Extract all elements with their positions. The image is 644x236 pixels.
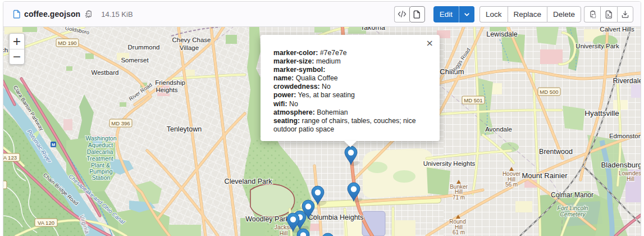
svg-text:M: M — [52, 142, 55, 147]
popup-property-row: seating: range of chairs, tables, couche… — [273, 117, 426, 134]
map-label: 71 m — [453, 194, 465, 201]
edit-dropdown-toggle[interactable] — [459, 6, 474, 22]
map-label: University Park — [576, 43, 619, 49]
zoo-area — [250, 184, 295, 217]
road-shield: MD 501 — [462, 96, 485, 104]
map-label: Heights — [156, 87, 178, 93]
map-label: Cleveland Park — [225, 178, 273, 185]
copy-file-contents-button[interactable] — [584, 6, 600, 22]
edit-button[interactable]: Edit — [433, 6, 459, 22]
chevron-down-icon — [464, 11, 470, 17]
edit-split-button: Edit — [433, 6, 474, 22]
map-label: Washington — [85, 135, 116, 142]
delete-button[interactable]: Delete — [547, 6, 581, 22]
map-label: Lewisdale — [486, 30, 518, 38]
map-label: Mount Rainier — [522, 171, 568, 180]
file-name: coffee.geojson — [24, 10, 80, 19]
file-action-buttons: Lock Replace Delete — [479, 6, 581, 22]
file-utility-buttons — [584, 6, 633, 22]
file-icon — [12, 10, 21, 19]
copy-file-name-button[interactable] — [83, 10, 94, 19]
map-label: 61 m — [453, 229, 465, 235]
map-label: Tenleytown — [167, 125, 202, 133]
popup-property-row: crowdedness: No — [273, 83, 426, 91]
svg-text:VA 123: VA 123 — [3, 155, 17, 161]
map-label: Westbard — [91, 69, 118, 76]
file-title-group: coffee.geojson 14.15 KiB — [12, 10, 133, 19]
map-label: Hill — [280, 230, 288, 236]
view-toggle-group — [394, 6, 425, 22]
popup-property-row: name: Qualia Coffee — [273, 74, 426, 83]
popup-tip — [344, 141, 357, 147]
map-label: Cemetery — [560, 211, 586, 217]
road-shield: VA 120 — [35, 219, 57, 226]
file-actions: Edit Lock Replace Delete — [394, 6, 633, 22]
popup-property-row: marker-symbol: — [273, 66, 426, 74]
map-label: Bladensburg — [601, 161, 641, 169]
gitlab-file-viewer: coffee.geojson 14.15 KiB — [0, 0, 644, 236]
svg-text:MD 501: MD 501 — [464, 97, 482, 103]
map-label: 56 m — [505, 181, 518, 188]
map-label: Somerset — [121, 57, 149, 63]
metro-station-icon: M — [51, 142, 56, 147]
marker-popup: × marker-color: #7e7e7emarker-size: medi… — [261, 35, 440, 141]
map-label: Takoma — [360, 27, 385, 31]
svg-text:VA 120: VA 120 — [38, 220, 54, 226]
svg-text:MD 396: MD 396 — [111, 120, 130, 126]
map-label: Treatment — [86, 155, 113, 162]
display-rendered-file-button[interactable] — [409, 6, 425, 22]
map-label: Chevy Chase — [172, 37, 211, 43]
popup-property-row: wifi: No — [273, 100, 426, 108]
map-label: Colmar Manor — [551, 191, 593, 199]
geojson-map[interactable]: M MD 190MD 396MD 500MD 501VA 123VA 12005… — [3, 27, 641, 236]
road-shield: 05 — [3, 181, 7, 189]
popup-close-button[interactable]: × — [424, 38, 436, 49]
popup-property-row: marker-size: medium — [273, 57, 426, 66]
road-shield: MD 190 — [56, 39, 79, 47]
map-label: Edmonston — [609, 133, 641, 139]
popup-property-row: power: Yes, at bar seating — [273, 91, 426, 99]
map-label: Riverdale — [613, 77, 641, 85]
replace-button[interactable]: Replace — [508, 6, 547, 22]
popup-property-row: atmosphere: Bohemian — [273, 108, 426, 117]
map-label: Drummond — [128, 44, 160, 51]
map-label: University Heights — [423, 160, 476, 167]
display-source-button[interactable] — [394, 6, 410, 22]
map-label: Hill — [627, 176, 634, 182]
map-label: Woodley Park — [245, 215, 289, 223]
svg-text:MD 500: MD 500 — [540, 89, 558, 95]
file-panel: coffee.geojson 14.15 KiB — [3, 1, 641, 236]
file-header: coffee.geojson 14.15 KiB — [3, 2, 641, 27]
zoom-out-button[interactable]: − — [10, 49, 24, 65]
map-label: Aqueduct — [88, 142, 113, 148]
map-label: Village — [180, 44, 199, 51]
map-label: Hyattsville — [584, 109, 619, 117]
road-shield: VA 123 — [3, 153, 20, 161]
road-shield: MD 500 — [538, 88, 560, 96]
map-label: ch — [3, 47, 8, 53]
popup-content: marker-color: #7e7e7emarker-size: medium… — [273, 49, 426, 134]
map-label: Calvert Hills — [600, 27, 634, 33]
map-label: Station — [92, 174, 111, 181]
zoom-in-button[interactable]: + — [10, 34, 24, 49]
file-size: 14.15 KiB — [101, 10, 133, 19]
lock-button[interactable]: Lock — [479, 6, 508, 22]
download-button[interactable] — [617, 6, 633, 22]
map-label: Dalecarlia — [87, 148, 113, 155]
open-raw-button[interactable] — [600, 6, 616, 22]
svg-text:MD 190: MD 190 — [58, 40, 76, 46]
map-zoom-control: + − — [9, 33, 25, 65]
map-label: Friendship — [155, 79, 185, 86]
map-label: Avondale — [485, 126, 512, 133]
popup-property-row: marker-color: #7e7e7e — [273, 49, 426, 57]
map-label: Brentwood — [539, 148, 573, 156]
road-shield: MD 396 — [109, 119, 132, 127]
